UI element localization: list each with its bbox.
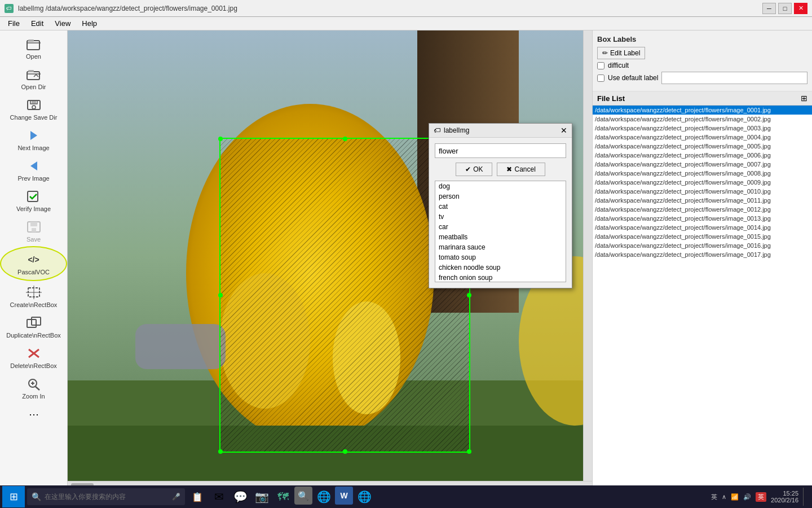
dialog-list-item[interactable]: tomato soup [435,252,566,262]
taskbar-search-input[interactable] [45,493,169,501]
file-item[interactable]: /data/workspace/wangzz/detect_project/fl… [593,178,812,187]
ok-button[interactable]: ✔ OK [456,163,492,176]
tool-pascal-voc[interactable]: </> PascalVOC [0,246,67,281]
taskbar-caret-up[interactable]: ∧ [722,493,726,501]
file-item[interactable]: /data/workspace/wangzz/detect_project/fl… [593,196,812,205]
box-labels-section: Box Labels ✏ Edit Label difficult Use de… [593,30,812,91]
taskbar-app-search[interactable]: 🔍 [294,487,312,505]
taskbar-app-maps[interactable]: 🗺 [273,487,293,507]
close-button[interactable]: ✕ [794,3,807,14]
dialog-icon: 🏷 [434,126,440,134]
menu-edit[interactable]: Edit [25,18,49,29]
canvas-scrollbar-vertical[interactable] [583,30,592,481]
duplicate-rect-box-icon [25,315,43,331]
taskbar-app-photos[interactable]: 📷 [251,487,272,507]
file-item[interactable]: /data/workspace/wangzz/detect_project/fl… [593,187,812,196]
title-bar: 🏷 labelImg /data/workspace/wangzz/detect… [0,0,812,17]
tool-duplicate-rect-box[interactable]: Duplicate\nRectBox [0,312,67,342]
file-list-expand-icon[interactable]: ⊞ [801,94,807,103]
menu-help[interactable]: Help [76,18,103,29]
file-item[interactable]: /data/workspace/wangzz/detect_project/fl… [593,142,812,151]
file-item[interactable]: /data/workspace/wangzz/detect_project/fl… [593,151,812,160]
dialog-list-item[interactable]: cat [435,202,566,212]
file-item[interactable]: /data/workspace/wangzz/detect_project/fl… [593,205,812,214]
tool-create-rect-box[interactable]: Create\nRectBox [0,281,67,312]
taskbar-ime-icon[interactable]: 英 [756,492,766,502]
menu-view[interactable]: View [49,18,76,29]
label-input[interactable] [435,143,566,158]
tool-verify-image[interactable]: Verify Image [0,185,67,216]
file-item[interactable]: /data/workspace/wangzz/detect_project/fl… [593,241,812,250]
difficult-checkbox[interactable] [597,62,604,69]
use-default-label-checkbox[interactable] [597,75,604,82]
box-labels-title: Box Labels [597,35,807,43]
svg-line-23 [36,387,39,390]
file-list-title: File List [597,94,625,103]
file-list-content[interactable]: /data/workspace/wangzz/detect_project/fl… [593,106,812,490]
file-item[interactable]: /data/workspace/wangzz/detect_project/fl… [593,169,812,178]
menu-file[interactable]: File [2,18,25,29]
cancel-button[interactable]: ✖ Cancel [497,163,545,176]
date-display: 2020/2/16 [771,497,798,503]
taskbar-app-edge[interactable]: ✉ [209,487,229,507]
taskbar-app-chrome[interactable]: 🌐 [314,487,334,507]
tool-more[interactable]: ⋯ [0,403,67,426]
file-item[interactable]: /data/workspace/wangzz/detect_project/fl… [593,106,812,115]
default-label-input[interactable] [661,72,807,84]
dialog-list-item[interactable]: french onion soup [435,273,566,282]
maximize-button[interactable]: □ [778,3,792,14]
taskbar-input-method[interactable]: 英 [711,493,717,501]
main-layout: Open Open Dir Change Save Dir Next Image [0,30,812,490]
taskbar-search-box[interactable]: 🔍 🎤 [27,488,185,505]
dialog-title: 🏷 labelImg [434,126,469,134]
start-button[interactable]: ⊞ [2,486,25,507]
taskbar-app-browser[interactable]: 🌐 [354,487,374,507]
save-icon [25,219,43,235]
dialog-list-item[interactable]: dog [435,181,566,191]
use-default-label-row: Use default label [597,72,807,84]
tool-open-label: Open [26,53,41,60]
dialog-list-item[interactable]: car [435,222,566,232]
tool-verify-image-label: Verify Image [16,205,51,212]
file-item[interactable]: /data/workspace/wangzz/detect_project/fl… [593,232,812,241]
minimize-button[interactable]: ─ [762,3,776,14]
taskbar-apps: 📋 ✉ 💬 📷 🗺 🔍 🌐 W 🌐 [187,487,709,507]
tool-zoom-in[interactable]: Zoom In [0,373,67,403]
tool-open[interactable]: Open [0,33,67,63]
taskbar-app-word[interactable]: W [335,487,353,505]
file-item[interactable]: /data/workspace/wangzz/detect_project/fl… [593,133,812,142]
tool-next-image[interactable]: Next Image [0,124,67,155]
tool-open-dir[interactable]: Open Dir [0,63,67,94]
taskbar-app-chat[interactable]: 💬 [230,487,250,507]
dialog-list-item[interactable]: chicken noodle soup [435,262,566,273]
taskbar-show-desktop[interactable] [803,488,805,506]
svg-rect-32 [68,426,592,481]
taskbar-app-taskview[interactable]: 📋 [187,487,208,507]
taskbar-wifi-icon: 📶 [731,493,739,501]
edit-label-button[interactable]: ✏ Edit Label [597,47,645,59]
label-dialog[interactable]: 🏷 labelImg ✕ ✔ OK ✖ Cancel dogpersoncatt… [429,123,572,288]
right-panel: Box Labels ✏ Edit Label difficult Use de… [592,30,812,490]
dialog-list-item[interactable]: meatballs [435,232,566,242]
file-item[interactable]: /data/workspace/wangzz/detect_project/fl… [593,160,812,169]
tool-change-save-dir[interactable]: Change Save Dir [0,94,67,124]
dialog-list-item[interactable]: tv [435,212,566,222]
dialog-list-item[interactable]: marinara sauce [435,242,566,252]
file-item[interactable]: /data/workspace/wangzz/detect_project/fl… [593,124,812,133]
tool-delete-rect-box[interactable]: Delete\nRectBox [0,342,67,373]
file-item[interactable]: /data/workspace/wangzz/detect_project/fl… [593,250,812,259]
tool-save[interactable]: Save [0,216,67,246]
label-list[interactable]: dogpersoncattvcarmeatballsmarinara sauce… [435,181,566,282]
file-item[interactable]: /data/workspace/wangzz/detect_project/fl… [593,223,812,232]
tool-prev-image[interactable]: Prev Image [0,155,67,185]
dialog-titlebar: 🏷 labelImg ✕ [429,124,572,138]
dialog-list-item[interactable]: person [435,191,566,202]
app-icon: 🏷 [5,4,14,13]
file-item[interactable]: /data/workspace/wangzz/detect_project/fl… [593,214,812,223]
window-title: labelImg /data/workspace/wangzz/detect_p… [18,5,237,12]
dialog-close-button[interactable]: ✕ [561,126,567,135]
taskbar: ⊞ 🔍 🎤 📋 ✉ 💬 📷 🗺 🔍 🌐 W 🌐 英 ∧ 📶 🔊 英 15:25 … [0,485,812,508]
taskbar-right: 英 ∧ 📶 🔊 英 15:25 2020/2/16 [711,488,810,506]
file-item[interactable]: /data/workspace/wangzz/detect_project/fl… [593,115,812,124]
svg-point-29 [333,301,400,414]
